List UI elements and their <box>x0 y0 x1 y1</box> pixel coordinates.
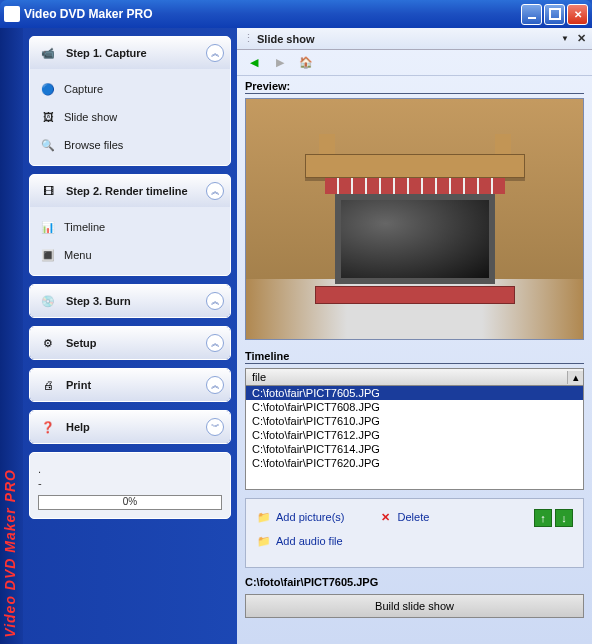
preview-image <box>245 98 584 340</box>
scroll-up-arrow[interactable]: ▴ <box>567 371 583 384</box>
file-row[interactable]: C:\foto\fair\PICT7612.JPG <box>246 428 583 442</box>
item-label: Browse files <box>64 139 123 151</box>
item-label: Capture <box>64 83 103 95</box>
search-file-icon: 🔍 <box>40 137 56 153</box>
current-file-path: C:\foto\fair\PICT7605.JPG <box>245 576 584 588</box>
progress-text: 0% <box>39 496 221 507</box>
panel-label-help: Help <box>66 421 206 433</box>
move-down-button[interactable]: ↓ <box>555 509 573 527</box>
panel-burn: 💿 Step 3. Burn ︽ <box>29 284 231 318</box>
help-icon: ❓ <box>36 415 60 439</box>
chevron-up-icon[interactable]: ︽ <box>206 182 224 200</box>
panel-setup: ⚙ Setup ︽ <box>29 326 231 360</box>
timeline-icon: 📊 <box>40 219 56 235</box>
panel-label-print: Print <box>66 379 206 391</box>
chevron-up-icon[interactable]: ︽ <box>206 292 224 310</box>
item-label: Slide show <box>64 111 117 123</box>
add-pictures-link[interactable]: 📁 Add picture(s) <box>256 509 344 525</box>
panel-header-burn[interactable]: 💿 Step 3. Burn ︽ <box>30 285 230 317</box>
panel-header-setup[interactable]: ⚙ Setup ︽ <box>30 327 230 359</box>
move-up-button[interactable]: ↑ <box>534 509 552 527</box>
sidebar-item-capture[interactable]: 🔵 Capture <box>30 75 230 103</box>
progress-bar: 0% <box>38 495 222 510</box>
window-title: Video DVD Maker PRO <box>24 7 521 21</box>
titlebar: Video DVD Maker PRO <box>0 0 592 28</box>
item-label: Menu <box>64 249 92 261</box>
panel-label-render: Step 2. Render timeline <box>66 185 206 197</box>
film-reel-icon: 🎞 <box>36 179 60 203</box>
sidebar-item-timeline[interactable]: 📊 Timeline <box>30 213 230 241</box>
printer-icon: 🖨 <box>36 373 60 397</box>
menu-grid-icon: 🔳 <box>40 247 56 263</box>
sidebar: 📹 Step 1. Capture ︽ 🔵 Capture 🖼 Slide sh… <box>23 28 237 644</box>
panel-label-capture: Step 1. Capture <box>66 47 206 59</box>
preview-label: Preview: <box>245 80 584 94</box>
panel-label-setup: Setup <box>66 337 206 349</box>
disc-icon: 💿 <box>36 289 60 313</box>
file-row[interactable]: C:\foto\fair\PICT7614.JPG <box>246 442 583 456</box>
app-icon <box>4 6 20 22</box>
panel-header-help[interactable]: ❓ Help ︾ <box>30 411 230 443</box>
build-slideshow-button[interactable]: Build slide show <box>245 594 584 618</box>
add-audio-link[interactable]: 📁 Add audio file <box>256 533 343 549</box>
chevron-up-icon[interactable]: ︽ <box>206 334 224 352</box>
slideshow-icon: 🖼 <box>40 109 56 125</box>
globe-icon: 🔵 <box>40 81 56 97</box>
folder-audio-icon: 📁 <box>256 533 272 549</box>
panel-help: ❓ Help ︾ <box>29 410 231 444</box>
panel-capture: 📹 Step 1. Capture ︽ 🔵 Capture 🖼 Slide sh… <box>29 36 231 166</box>
panel-print: 🖨 Print ︽ <box>29 368 231 402</box>
panel-header-capture[interactable]: 📹 Step 1. Capture ︽ <box>30 37 230 69</box>
file-column-label: file <box>246 371 567 383</box>
sidebar-item-browse[interactable]: 🔍 Browse files <box>30 131 230 159</box>
actions-box: 📁 Add picture(s) ✕ Delete 📁 Add audio fi… <box>245 498 584 568</box>
file-list[interactable]: C:\foto\fair\PICT7605.JPGC:\foto\fair\PI… <box>245 386 584 490</box>
add-pictures-label: Add picture(s) <box>276 511 344 523</box>
panel-render: 🎞 Step 2. Render timeline ︽ 📊 Timeline 🔳… <box>29 174 231 276</box>
forward-button[interactable]: ▶ <box>269 53 291 73</box>
app-body: Video DVD Maker PRO 📹 Step 1. Capture ︽ … <box>0 28 592 644</box>
panel-header-render[interactable]: 🎞 Step 2. Render timeline ︽ <box>30 175 230 207</box>
chevron-down-icon[interactable]: ︾ <box>206 418 224 436</box>
timeline-label: Timeline <box>245 350 584 364</box>
left-rail: Video DVD Maker PRO <box>0 28 23 644</box>
camcorder-icon: 📹 <box>36 41 60 65</box>
delete-label: Delete <box>398 511 430 523</box>
vertical-brand: Video DVD Maker PRO <box>2 469 18 638</box>
grip-icon: ⋮ <box>243 32 253 45</box>
sidebar-item-slideshow[interactable]: 🖼 Slide show <box>30 103 230 131</box>
status-line-2: - <box>38 477 222 489</box>
home-button[interactable]: 🏠 <box>295 53 317 73</box>
status-panel: . - 0% <box>29 452 231 519</box>
file-row[interactable]: C:\foto\fair\PICT7610.JPG <box>246 414 583 428</box>
tab-close-icon[interactable]: ✕ <box>577 32 586 45</box>
file-list-header[interactable]: file ▴ <box>245 368 584 386</box>
panel-label-burn: Step 3. Burn <box>66 295 206 307</box>
back-button[interactable]: ◀ <box>243 53 265 73</box>
minimize-button[interactable] <box>521 4 542 25</box>
tab-title: Slide show <box>257 33 561 45</box>
file-row[interactable]: C:\foto\fair\PICT7605.JPG <box>246 386 583 400</box>
add-audio-label: Add audio file <box>276 535 343 547</box>
file-row[interactable]: C:\foto\fair\PICT7620.JPG <box>246 456 583 470</box>
close-button[interactable] <box>567 4 588 25</box>
delete-x-icon: ✕ <box>378 509 394 525</box>
file-row[interactable]: C:\foto\fair\PICT7608.JPG <box>246 400 583 414</box>
maximize-button[interactable] <box>544 4 565 25</box>
panel-header-print[interactable]: 🖨 Print ︽ <box>30 369 230 401</box>
main-panel: ⋮ Slide show ▼ ✕ ◀ ▶ 🏠 Preview: <box>237 28 592 644</box>
chevron-up-icon[interactable]: ︽ <box>206 44 224 62</box>
sidebar-item-menu[interactable]: 🔳 Menu <box>30 241 230 269</box>
build-button-label: Build slide show <box>375 600 454 612</box>
folder-add-icon: 📁 <box>256 509 272 525</box>
tabbar: ⋮ Slide show ▼ ✕ <box>237 28 592 50</box>
item-label: Timeline <box>64 221 105 233</box>
gear-icon: ⚙ <box>36 331 60 355</box>
chevron-up-icon[interactable]: ︽ <box>206 376 224 394</box>
toolbar: ◀ ▶ 🏠 <box>237 50 592 76</box>
tab-dropdown-icon[interactable]: ▼ <box>561 34 569 43</box>
status-line-1: . <box>38 463 222 475</box>
delete-link[interactable]: ✕ Delete <box>378 509 430 525</box>
